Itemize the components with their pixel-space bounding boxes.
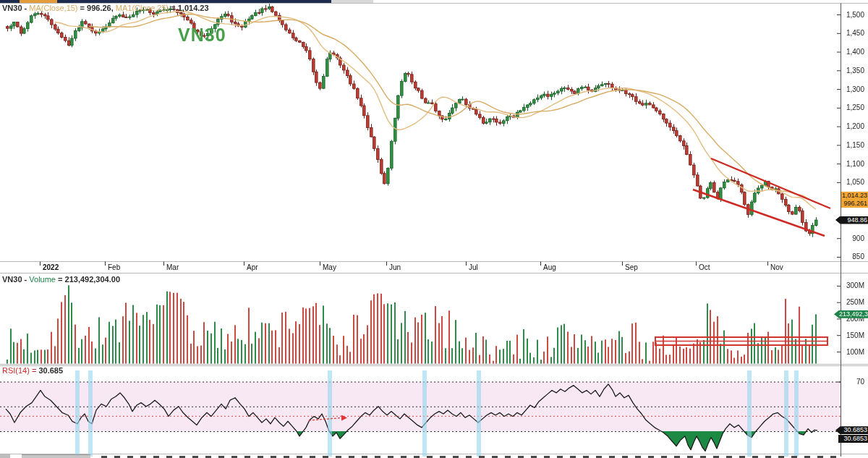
volume-label: Volume [29, 275, 56, 284]
price-axis-label: 900 [821, 234, 864, 242]
price-axis-label: 1,250 [821, 103, 864, 111]
time-axis-label: May [323, 263, 336, 271]
ma25-label: MA1(Close,25) [116, 4, 169, 12]
time-axis-label: Nov [770, 263, 783, 271]
volume-axis-label: 150M [821, 331, 864, 339]
rsi-last-value-badge: 30.6853 [835, 426, 868, 434]
ma15-value: = 996.26, [78, 4, 116, 12]
price-axis-label: 1,100 [821, 160, 864, 168]
chart-window: VN30 - MA(Close,15) = 996.26, MA1(Close,… [0, 0, 868, 458]
price-axis-label: 1,400 [821, 48, 864, 56]
vn30-watermark: VN30 [178, 25, 226, 46]
time-axis-label: Oct [699, 263, 710, 271]
time-axis-label: Feb [108, 263, 120, 271]
price-last-value-badge: 948.86 [835, 216, 868, 224]
volume-axis-label: 250M [821, 298, 864, 306]
price-axis-label: 1,150 [821, 141, 864, 149]
time-axis-label: Mar [166, 263, 179, 271]
volume-value: = 213,492,304.00 [56, 275, 120, 284]
time-axis-label: Aug [543, 263, 556, 271]
symbol-label: VN30 - [2, 275, 29, 284]
time-axis-label: Sep [625, 263, 638, 271]
price-axis-label: 1,200 [821, 122, 864, 130]
price-last-value-badge: 1,014.23 [841, 192, 868, 200]
price-legend: VN30 - MA(Close,15) = 996.26, MA1(Close,… [2, 4, 209, 12]
rsi-last-value-badge: 30.6853 [838, 435, 868, 443]
price-axis-label: 1,350 [821, 67, 864, 75]
scrollbar-corner [0, 454, 10, 458]
time-axis-label: Jul [469, 263, 478, 271]
ma15-label: MA(Close,15) [29, 4, 77, 12]
symbol-label: VN30 - [2, 4, 29, 12]
horizontal-scrollbar-thumb[interactable] [22, 454, 90, 458]
rsi-value: 30.685 [38, 366, 63, 375]
volume-axis-label: 100M [821, 348, 864, 356]
price-axis-label: 850 [821, 253, 864, 260]
volume-axis-label: 300M [821, 281, 864, 289]
price-axis-label: 1,500 [821, 11, 864, 19]
price-axis-label: 1,450 [821, 29, 864, 37]
price-axis-label: 1,050 [821, 178, 864, 186]
rsi-label: RSI(14) = [2, 366, 38, 375]
time-axis-label: Apr [247, 263, 258, 271]
time-axis-label: Jun [389, 263, 401, 271]
volume-last-value-badge: 213,492,3 [834, 310, 868, 318]
rsi-axis-label: 70 [821, 378, 864, 386]
price-panel[interactable] [0, 4, 841, 261]
volume-panel[interactable] [0, 273, 841, 364]
price-last-value-badge: 996.261 [841, 200, 868, 208]
rsi-legend: RSI(14) = 30.685 [2, 366, 63, 375]
ma25-value: = 1,014.23 [169, 4, 208, 12]
price-axis-label: 1,300 [821, 85, 864, 93]
time-axis-label: 2022 [43, 263, 59, 271]
volume-legend: VN30 - Volume = 213,492,304.00 [2, 275, 120, 284]
rsi-panel[interactable] [0, 365, 841, 454]
